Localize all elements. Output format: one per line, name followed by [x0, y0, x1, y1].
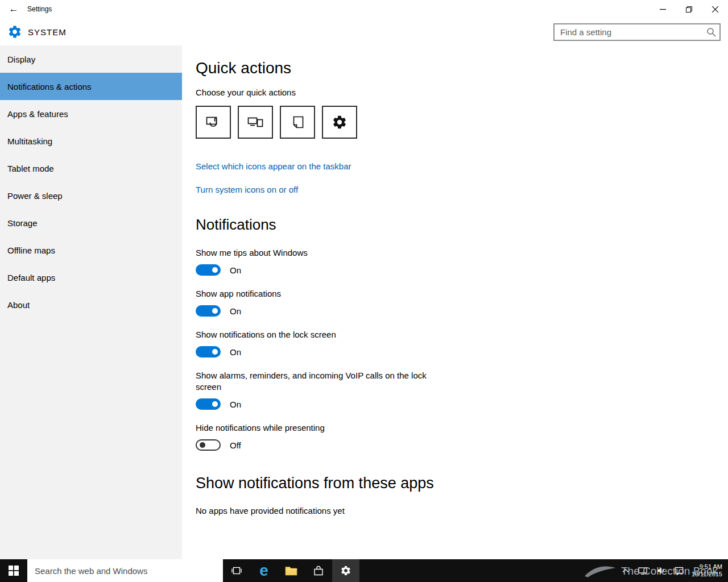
sidebar: Display Notifications & actions Apps & f…	[0, 45, 182, 559]
turn-system-icons-link[interactable]: Turn system icons on or off	[196, 185, 728, 194]
tray-chevron-up-icon[interactable]	[621, 567, 630, 574]
toggle-tips-about-windows[interactable]	[196, 264, 221, 276]
start-button[interactable]	[0, 559, 27, 582]
connect-icon	[247, 114, 264, 131]
content: Display Notifications & actions Apps & f…	[0, 45, 728, 559]
quick-actions-heading: Quick actions	[196, 59, 728, 77]
tray-network-icon[interactable]	[637, 566, 648, 576]
tray-action-center-icon[interactable]	[673, 566, 685, 576]
sidebar-item-label: Display	[7, 55, 35, 64]
sidebar-item-tablet-mode[interactable]: Tablet mode	[0, 155, 182, 182]
sidebar-item-apps-features[interactable]: Apps & features	[0, 100, 182, 127]
sidebar-item-offline-maps[interactable]: Offline maps	[0, 236, 182, 264]
no-apps-message: No apps have provided notifications yet	[196, 506, 728, 516]
settings-gear-icon	[340, 565, 351, 576]
back-arrow-icon: ←	[9, 3, 19, 15]
tray-volume-icon[interactable]	[655, 566, 667, 576]
toggle-label-hide-presenting: Hide notifications while presenting	[196, 422, 435, 434]
file-explorer-icon	[285, 566, 297, 576]
toggle-label-alarms-voip: Show alarms, reminders, and incoming VoI…	[196, 370, 435, 393]
sidebar-item-default-apps[interactable]: Default apps	[0, 264, 182, 291]
find-setting-input[interactable]	[553, 23, 721, 41]
task-view-icon	[231, 565, 242, 576]
quick-action-tablet-mode-button[interactable]	[196, 106, 231, 139]
toggle-label-lock-screen: Show notifications on the lock screen	[196, 329, 435, 340]
clock-time: 9:51 AM	[692, 563, 722, 571]
main-panel: Quick actions Choose your quick actions	[182, 45, 728, 559]
titlebar: ← Settings	[0, 0, 728, 18]
notifications-heading: Notifications	[196, 216, 728, 234]
taskbar-clock[interactable]: 9:51 AM 10/11/2015	[692, 563, 722, 578]
store-icon	[313, 565, 324, 576]
quick-actions-row	[196, 106, 728, 139]
sidebar-item-notifications-actions[interactable]: Notifications & actions	[0, 73, 182, 100]
clock-date: 10/11/2015	[692, 571, 722, 578]
sidebar-item-label: Default apps	[7, 273, 55, 282]
toggle-alarms-voip-lock-screen[interactable]	[196, 398, 221, 410]
sidebar-item-label: About	[7, 300, 30, 310]
sidebar-item-label: Notifications & actions	[7, 82, 92, 92]
toggle-state: Off	[230, 440, 241, 450]
all-settings-gear-icon	[332, 114, 348, 130]
task-view-button[interactable]	[223, 559, 250, 582]
apps-notifications-heading: Show notifications from these apps	[196, 475, 728, 492]
sidebar-item-storage[interactable]: Storage	[0, 209, 182, 236]
quick-actions-subheading: Choose your quick actions	[196, 88, 728, 97]
toggle-state: On	[230, 265, 241, 275]
toggle-hide-while-presenting[interactable]	[196, 439, 221, 451]
settings-window: ← Settings SYSTEM	[0, 0, 728, 582]
quick-action-connect-button[interactable]	[238, 106, 273, 139]
edge-icon: e	[259, 563, 268, 579]
toggle-state: On	[230, 347, 241, 357]
edge-button[interactable]: e	[250, 559, 278, 582]
sidebar-item-power-sleep[interactable]: Power & sleep	[0, 182, 182, 209]
note-icon	[289, 114, 306, 131]
store-button[interactable]	[305, 559, 332, 582]
toggle-label-app-notifications: Show app notifications	[196, 288, 435, 300]
sidebar-item-display[interactable]: Display	[0, 45, 182, 73]
page-title: SYSTEM	[28, 27, 67, 37]
toggle-lock-screen-notifications[interactable]	[196, 346, 221, 357]
taskbar-search-input[interactable]	[27, 559, 223, 582]
sidebar-item-label: Tablet mode	[7, 164, 54, 173]
sidebar-item-label: Multitasking	[7, 136, 52, 146]
quick-action-note-button[interactable]	[280, 106, 315, 139]
restore-button[interactable]	[676, 0, 702, 18]
toggle-state: On	[230, 400, 241, 409]
select-taskbar-icons-link[interactable]: Select which icons appear on the taskbar	[196, 161, 728, 171]
window-title: Settings	[27, 5, 52, 13]
sidebar-item-label: Offline maps	[7, 246, 55, 255]
windows-logo-icon	[9, 566, 19, 576]
close-icon	[712, 6, 718, 13]
system-tray: 9:51 AM 10/11/2015	[621, 559, 728, 582]
toggle-label-tips: Show me tips about Windows	[196, 247, 435, 259]
file-explorer-button[interactable]	[278, 559, 305, 582]
minimize-icon	[660, 6, 666, 13]
sidebar-item-label: Storage	[7, 218, 38, 228]
taskbar: e	[0, 559, 728, 582]
toggle-state: On	[230, 306, 241, 316]
sidebar-item-label: Power & sleep	[7, 191, 63, 201]
back-button[interactable]: ←	[0, 0, 27, 18]
restore-icon	[686, 6, 692, 13]
close-button[interactable]	[702, 0, 728, 18]
taskbar-search	[27, 559, 223, 582]
settings-taskbar-button[interactable]	[332, 559, 359, 582]
sidebar-item-multitasking[interactable]: Multitasking	[0, 127, 182, 155]
toggle-app-notifications[interactable]	[196, 305, 221, 317]
minimize-button[interactable]	[650, 0, 676, 18]
tablet-mode-icon	[205, 114, 222, 131]
settings-gear-icon	[7, 24, 22, 39]
sidebar-item-label: Apps & features	[7, 109, 68, 119]
search-icon[interactable]	[706, 27, 716, 37]
quick-action-all-settings-button[interactable]	[322, 106, 357, 139]
app-header: SYSTEM	[0, 18, 728, 45]
sidebar-item-about[interactable]: About	[0, 291, 182, 318]
